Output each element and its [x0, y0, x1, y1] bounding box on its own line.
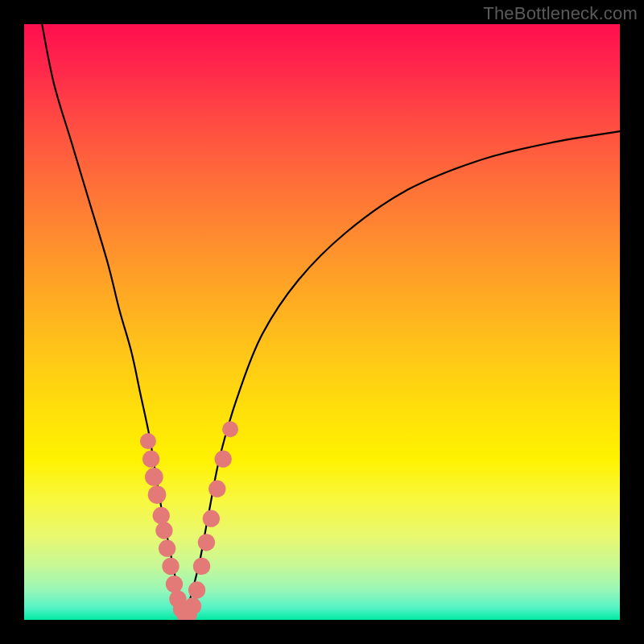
data-marker [140, 433, 156, 449]
watermark-text: TheBottleneck.com [483, 3, 638, 24]
data-marker [222, 421, 238, 437]
data-marker [159, 540, 175, 557]
data-marker [188, 581, 205, 598]
data-marker [153, 507, 170, 524]
data-marker [193, 558, 210, 575]
data-marker [208, 481, 225, 497]
curve-right-branch [185, 131, 620, 617]
data-marker [198, 534, 215, 551]
data-marker [145, 468, 163, 486]
data-marker [215, 451, 232, 468]
chart-container: TheBottleneck.com [0, 0, 644, 644]
data-marker [166, 576, 183, 592]
data-marker [155, 522, 172, 539]
data-marker [148, 485, 167, 504]
chart-svg [24, 24, 620, 620]
marker-group [140, 421, 238, 620]
data-marker [203, 510, 220, 527]
data-marker [162, 558, 179, 575]
plot-area [24, 24, 620, 620]
data-marker [184, 597, 201, 614]
data-marker [142, 451, 159, 468]
